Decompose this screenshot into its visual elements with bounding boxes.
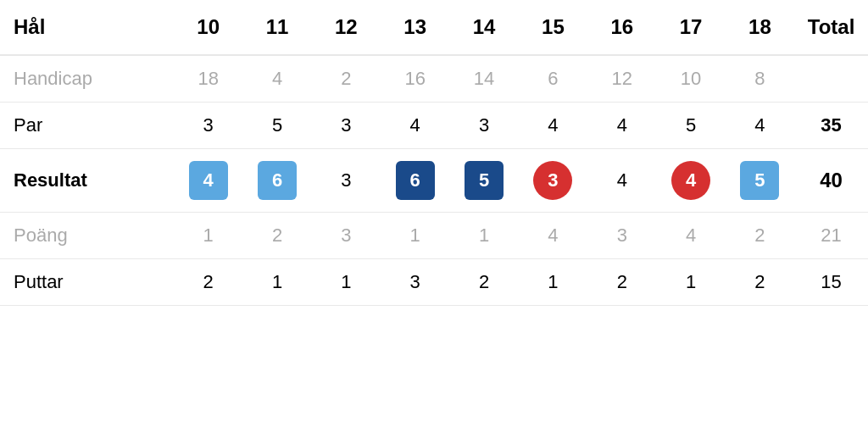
resultat-cell-9: 40 xyxy=(794,149,868,213)
poang-cell-7: 4 xyxy=(656,213,725,259)
poang-cell-4: 1 xyxy=(449,213,518,259)
par-cell-9: 35 xyxy=(794,103,868,149)
handicap-cell-0: 18 xyxy=(174,55,242,103)
handicap-cell-8: 8 xyxy=(726,55,794,103)
resultat-badge-1: 6 xyxy=(258,161,297,200)
poang-cell-3: 1 xyxy=(381,213,449,259)
header-hole-15: 15 xyxy=(519,0,587,55)
handicap-cell-5: 6 xyxy=(519,55,587,103)
par-cell-4: 3 xyxy=(449,103,518,149)
par-cell-2: 3 xyxy=(312,103,381,149)
poang-cell-1: 2 xyxy=(242,213,311,259)
resultat-badge-5: 3 xyxy=(533,161,572,200)
puttar-cell-3: 3 xyxy=(381,259,449,306)
resultat-cell-0: 4 xyxy=(174,149,242,213)
handicap-row: Handicap18421614612108 xyxy=(0,55,868,103)
resultat-cell-2: 3 xyxy=(312,149,381,213)
puttar-cell-6: 2 xyxy=(587,259,656,306)
poang-cell-2: 3 xyxy=(312,213,381,259)
poang-cell-8: 2 xyxy=(726,213,794,259)
header-hole-12: 12 xyxy=(312,0,381,55)
resultat-badge-0: 4 xyxy=(189,161,228,200)
resultat-cell-6: 4 xyxy=(587,149,656,213)
resultat-badge-8: 5 xyxy=(740,161,779,200)
resultat-cell-8: 5 xyxy=(726,149,794,213)
par-cell-7: 5 xyxy=(656,103,725,149)
par-label: Par xyxy=(0,103,174,149)
handicap-cell-2: 2 xyxy=(312,55,381,103)
par-cell-8: 4 xyxy=(726,103,794,149)
par-cell-5: 4 xyxy=(519,103,587,149)
puttar-cell-4: 2 xyxy=(449,259,518,306)
scorecard: Hål101112131415161718Total Handicap18421… xyxy=(0,0,868,306)
resultat-badge-4: 5 xyxy=(465,161,504,200)
header-hole-18: 18 xyxy=(726,0,794,55)
puttar-cell-2: 1 xyxy=(312,259,381,306)
resultat-badge-7: 4 xyxy=(671,161,710,200)
poang-cell-5: 4 xyxy=(519,213,587,259)
puttar-cell-0: 2 xyxy=(174,259,242,306)
handicap-label: Handicap xyxy=(0,55,174,103)
resultat-badge-3: 6 xyxy=(396,161,435,200)
handicap-cell-4: 14 xyxy=(449,55,518,103)
resultat-cell-7: 4 xyxy=(656,149,725,213)
resultat-cell-1: 6 xyxy=(242,149,311,213)
handicap-cell-9 xyxy=(794,55,868,103)
header-hole-17: 17 xyxy=(656,0,725,55)
par-cell-0: 3 xyxy=(174,103,242,149)
poang-cell-6: 3 xyxy=(587,213,656,259)
puttar-label: Puttar xyxy=(0,259,174,306)
header-hole-10: 10 xyxy=(174,0,242,55)
resultat-row: Resultat46365344540 xyxy=(0,149,868,213)
header-hole-13: 13 xyxy=(381,0,449,55)
handicap-cell-1: 4 xyxy=(242,55,311,103)
resultat-cell-4: 5 xyxy=(449,149,518,213)
header-hole-11: 11 xyxy=(242,0,311,55)
header-hole-14: 14 xyxy=(449,0,518,55)
puttar-cell-9: 15 xyxy=(794,259,868,306)
par-row: Par35343445435 xyxy=(0,103,868,149)
header-total: Total xyxy=(794,0,868,55)
par-cell-1: 5 xyxy=(242,103,311,149)
header-hal: Hål xyxy=(0,0,174,55)
handicap-cell-6: 12 xyxy=(587,55,656,103)
handicap-cell-7: 10 xyxy=(656,55,725,103)
puttar-cell-1: 1 xyxy=(242,259,311,306)
puttar-row: Puttar21132121215 xyxy=(0,259,868,306)
puttar-cell-7: 1 xyxy=(656,259,725,306)
poang-row: Poäng12311434221 xyxy=(0,213,868,259)
resultat-cell-3: 6 xyxy=(381,149,449,213)
puttar-cell-8: 2 xyxy=(726,259,794,306)
par-cell-6: 4 xyxy=(587,103,656,149)
poang-cell-9: 21 xyxy=(794,213,868,259)
header-hole-16: 16 xyxy=(587,0,656,55)
par-cell-3: 4 xyxy=(381,103,449,149)
puttar-cell-5: 1 xyxy=(519,259,587,306)
header-row: Hål101112131415161718Total xyxy=(0,0,868,55)
handicap-cell-3: 16 xyxy=(381,55,449,103)
resultat-label: Resultat xyxy=(0,149,174,213)
poang-label: Poäng xyxy=(0,213,174,259)
resultat-cell-5: 3 xyxy=(519,149,587,213)
poang-cell-0: 1 xyxy=(174,213,242,259)
